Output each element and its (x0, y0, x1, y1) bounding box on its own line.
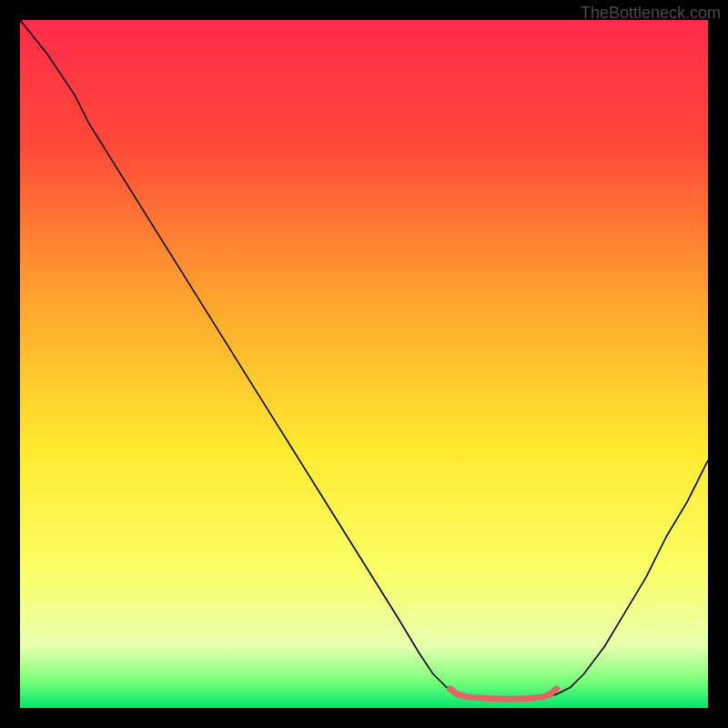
chart-plot-area (20, 20, 708, 708)
bottleneck-chart (20, 20, 708, 708)
gradient-background (20, 20, 708, 708)
watermark-text: TheBottleneck.com (581, 4, 721, 23)
